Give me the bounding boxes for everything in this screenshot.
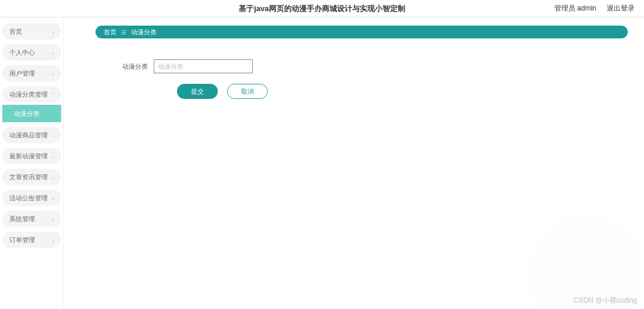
chevron-down-icon: ⌄	[51, 237, 55, 243]
sidebar-item-event-mgmt[interactable]: 活动公告管理 ⌄	[2, 190, 61, 206]
sidebar-item-label: 动漫商品管理	[9, 131, 48, 140]
sidebar-item-label: 用户管理	[9, 69, 35, 78]
sidebar-item-order-mgmt[interactable]: 订单管理 ⌄	[2, 232, 61, 248]
sidebar-item-system-mgmt[interactable]: 系统管理 ⌄	[2, 211, 61, 227]
form-area: 动漫分类 提交 取消	[122, 59, 628, 99]
button-row: 提交 取消	[177, 84, 628, 99]
chevron-down-icon: ⌄	[51, 71, 55, 76]
sidebar-item-label: 订单管理	[9, 236, 35, 244]
chevron-down-icon: ⌄	[51, 29, 55, 34]
main-content: 首页 ☰ 动漫分类 动漫分类 提交 取消	[64, 17, 644, 309]
logout-link[interactable]: 退出登录	[607, 3, 635, 13]
sidebar-item-label: 活动公告管理	[9, 194, 48, 203]
submit-button[interactable]: 提交	[177, 84, 218, 99]
breadcrumb-home[interactable]: 首页	[104, 28, 116, 37]
breadcrumb: 首页 ☰ 动漫分类	[95, 26, 628, 38]
sidebar-item-label: 文章资讯管理	[9, 173, 48, 182]
chevron-down-icon: ⌄	[51, 50, 55, 55]
chevron-up-icon: ⌃	[51, 92, 55, 97]
breadcrumb-current: 动漫分类	[131, 28, 157, 37]
chevron-down-icon: ⌄	[51, 154, 55, 159]
sidebar-item-product-mgmt[interactable]: 动漫商品管理 ⌄	[2, 127, 61, 143]
form-label-category: 动漫分类	[122, 62, 148, 71]
sidebar-item-label: 首页	[9, 27, 22, 36]
chevron-down-icon: ⌄	[51, 196, 55, 201]
sidebar-item-article-mgmt[interactable]: 文章资讯管理 ⌄	[2, 169, 61, 185]
sidebar: 首页 ⌄ 个人中心 ⌄ 用户管理 ⌄ 动漫分类管理 ⌃ 动漫分类 动漫商品管理 …	[0, 17, 64, 309]
cancel-button[interactable]: 取消	[227, 84, 268, 99]
admin-label[interactable]: 管理员 admin	[554, 3, 596, 13]
sidebar-item-label: 动漫分类管理	[9, 90, 48, 99]
sidebar-item-latest-mgmt[interactable]: 最新动漫管理 ⌄	[2, 148, 61, 164]
sidebar-item-category-mgmt[interactable]: 动漫分类管理 ⌃	[2, 86, 61, 102]
sidebar-item-label: 个人中心	[9, 48, 35, 57]
watermark: CSDN @小蔡coding	[574, 296, 637, 306]
header: 基于java网页的动漫手办商城设计与实现小智定制 管理员 admin 退出登录	[0, 0, 644, 17]
sidebar-subitem-category[interactable]: 动漫分类	[2, 105, 61, 122]
sidebar-item-users[interactable]: 用户管理 ⌄	[2, 65, 61, 81]
form-row-category: 动漫分类	[122, 59, 628, 73]
page-title: 基于java网页的动漫手办商城设计与实现小智定制	[239, 3, 405, 14]
sidebar-item-label: 系统管理	[9, 215, 35, 223]
sidebar-item-label: 最新动漫管理	[9, 152, 48, 161]
chevron-down-icon: ⌄	[51, 133, 55, 138]
sidebar-item-profile[interactable]: 个人中心 ⌄	[2, 44, 61, 61]
chevron-down-icon: ⌄	[51, 216, 55, 222]
sidebar-item-home[interactable]: 首页 ⌄	[2, 23, 61, 40]
breadcrumb-separator-icon: ☰	[121, 29, 126, 35]
header-right: 管理员 admin 退出登录	[554, 3, 635, 13]
decorative-circle	[528, 216, 644, 309]
chevron-down-icon: ⌄	[51, 175, 55, 180]
sidebar-item-label: 动漫分类	[14, 109, 40, 118]
category-input[interactable]	[154, 59, 253, 73]
